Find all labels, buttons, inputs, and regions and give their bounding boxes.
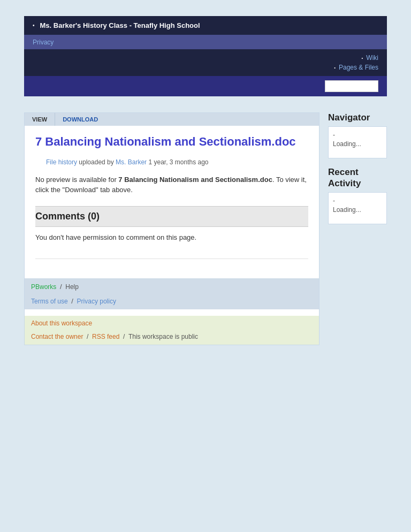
comments-section: Comments (0) You don't have permission t…: [35, 206, 308, 259]
nav-bar: • Wiki • Pages & Files: [24, 49, 387, 76]
navigator-box: - Loading...: [328, 126, 387, 158]
file-history-link[interactable]: File history: [46, 158, 77, 166]
tab-bar: VIEW DOWNLOAD: [25, 113, 319, 126]
main-content: VIEW DOWNLOAD 7 Balancing Nationalism an…: [24, 112, 387, 345]
footer-about-section-1: About this workspace: [25, 316, 319, 330]
comments-body: You don't have permission to comment on …: [35, 227, 308, 259]
nav-item-wiki: • Wiki: [362, 54, 378, 62]
footer-links-section-2: Terms of use / Privacy policy: [25, 295, 319, 309]
file-history-line: File history uploaded by Ms. Barker 1 ye…: [35, 158, 308, 166]
class-title-text: Ms. Barker's History Class - Tenafly Hig…: [40, 21, 200, 29]
bullet-icon: •: [362, 56, 363, 60]
privacy-link[interactable]: Privacy: [33, 39, 54, 46]
wiki-link[interactable]: Wiki: [366, 54, 378, 62]
navigator-dash: -: [333, 131, 382, 139]
rss-feed-link[interactable]: RSS feed: [92, 333, 119, 340]
navigator-loading: Loading...: [333, 140, 361, 148]
separator: /: [60, 283, 62, 291]
terms-of-use-link[interactable]: Terms of use: [31, 298, 68, 305]
separator: /: [87, 333, 88, 340]
uploaded-by-label: uploaded by: [79, 158, 113, 166]
bullet-icon: •: [334, 65, 336, 70]
comments-header: Comments (0): [35, 206, 308, 227]
recent-activity-dash: -: [333, 197, 382, 204]
separator: /: [123, 333, 125, 340]
search-bar-left: [33, 81, 240, 92]
privacy-policy-link[interactable]: Privacy policy: [77, 298, 116, 305]
bullet-icon: •: [33, 22, 35, 28]
pbworks-link[interactable]: PBworks: [31, 283, 56, 291]
recent-activity-box: - Loading...: [328, 192, 387, 224]
footer-about-section-2: Contact the owner / RSS feed / This work…: [25, 330, 319, 345]
search-bar: [24, 76, 387, 96]
time-ago-value: 1 year, 3 months ago: [148, 158, 208, 166]
top-bar-class-title: • Ms. Barker's History Class - Tenafly H…: [24, 16, 387, 35]
tab-view[interactable]: VIEW: [25, 113, 55, 126]
navigator-widget: Navigator - Loading...: [328, 112, 387, 158]
file-title: 7 Balancing Nationalism and Sectionalism…: [35, 134, 308, 150]
author-link[interactable]: Ms. Barker: [116, 158, 147, 166]
recent-activity-title: Recent Activity: [328, 167, 387, 189]
no-preview-prefix: No preview is available for: [35, 176, 118, 184]
contact-owner-link[interactable]: Contact the owner: [31, 333, 83, 340]
no-permission-text: You don't have permission to comment on …: [35, 233, 308, 241]
no-preview-filename: 7 Balancing Nationalism and Sectionalism…: [118, 176, 272, 184]
navigator-title: Navigator: [328, 112, 387, 123]
help-link[interactable]: Help: [65, 283, 79, 291]
privacy-bar: Privacy: [24, 35, 387, 49]
pages-files-link[interactable]: Pages & Files: [339, 64, 378, 71]
footer-links-section-1: PBworks / Help: [25, 278, 319, 295]
nav-item-pages-files: • Pages & Files: [334, 64, 378, 71]
recent-activity-loading: Loading...: [333, 206, 361, 214]
public-note: This workspace is public: [128, 333, 198, 340]
search-input-box[interactable]: [325, 80, 378, 92]
separator: /: [71, 297, 73, 305]
sidebar: Navigator - Loading... Recent Activity -…: [328, 112, 387, 233]
document-viewer: VIEW DOWNLOAD 7 Balancing Nationalism an…: [24, 112, 319, 345]
tab-download[interactable]: DOWNLOAD: [55, 113, 105, 126]
document-content-body: 7 Balancing Nationalism and Sectionalism…: [25, 126, 319, 268]
no-preview-text: No preview is available for 7 Balancing …: [35, 174, 308, 195]
recent-activity-widget: Recent Activity - Loading...: [328, 167, 387, 224]
about-workspace-link[interactable]: About this workspace: [31, 320, 92, 327]
